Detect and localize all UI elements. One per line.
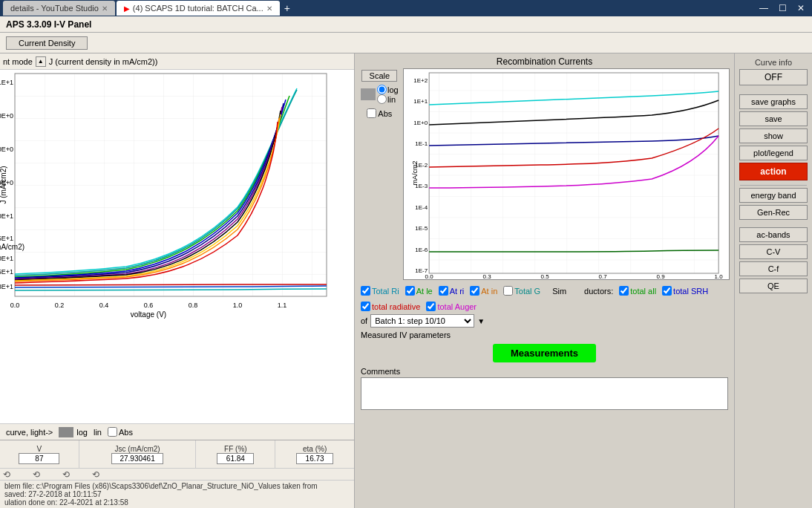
abs-checkbox[interactable]: [108, 427, 117, 437]
tab-youtube[interactable]: details - YouTube Studio ✕: [3, 1, 115, 16]
svg-text:1.1E+1: 1.1E+1: [0, 79, 13, 86]
comments-textarea[interactable]: [361, 377, 728, 410]
svg-text:1.1: 1.1: [278, 302, 287, 309]
ac-bands-button[interactable]: ac-bands: [739, 227, 808, 242]
current-density-button[interactable]: Current Density: [6, 36, 88, 50]
dropdown-arrow[interactable]: ▼: [477, 317, 485, 325]
window-title: APS 3.3.09 I-V Panel: [6, 19, 91, 30]
close-button[interactable]: ✕: [793, 3, 809, 13]
svg-text:1E+1: 1E+1: [413, 98, 428, 105]
at-le-checkbox[interactable]: [405, 286, 415, 296]
svg-text:-2.0E+1: -2.0E+1: [0, 255, 13, 262]
off-button[interactable]: OFF: [739, 69, 808, 85]
at-le-label: At le: [416, 287, 433, 296]
log-radio[interactable]: [377, 85, 387, 94]
lin-label: lin: [94, 428, 102, 437]
plot-legend-button[interactable]: plot/legend: [739, 146, 808, 160]
svg-text:0.5: 0.5: [540, 273, 549, 280]
minimize-button[interactable]: —: [755, 3, 773, 13]
close-icon[interactable]: ✕: [102, 4, 108, 13]
abs-recomb-checkbox[interactable]: [367, 108, 376, 118]
lin-radio[interactable]: [377, 94, 387, 104]
svg-text:-1.0E+1: -1.0E+1: [0, 212, 13, 220]
svg-text:0.9: 0.9: [656, 273, 665, 280]
svg-text:J (mA/cm2): J (mA/cm2): [0, 166, 7, 203]
action-button[interactable]: action: [739, 163, 808, 180]
svg-text:0.7: 0.7: [598, 273, 607, 280]
at-in-label: At in: [481, 287, 497, 296]
qe-button[interactable]: QE: [739, 279, 808, 293]
recomb-chart: 1E+2 1E+1 1E+0 1E-1 1E-2 1E-3 1E-4 1E-5 …: [403, 68, 730, 280]
nav-arrow-4[interactable]: ⟲: [92, 469, 99, 480]
svg-text:-2.5E+1: -2.5E+1: [0, 268, 13, 276]
svg-text:0.4: 0.4: [99, 302, 109, 309]
energy-band-button[interactable]: energy band: [739, 188, 808, 203]
total-radiative-checkbox[interactable]: [361, 302, 370, 311]
metric-jsc: Jsc (mA/cm2) 27.930461: [79, 440, 197, 468]
svg-text:1E-5: 1E-5: [415, 225, 428, 232]
semiconductors-label: ductors:: [584, 287, 613, 296]
sim-label: Sim: [552, 287, 566, 296]
total-all-checkbox[interactable]: [619, 286, 629, 296]
spinner[interactable]: ▲: [36, 56, 46, 67]
of-label: of: [361, 316, 367, 325]
measured-params: Measured IV parameters: [355, 329, 734, 341]
svg-text:1.0: 1.0: [233, 302, 243, 309]
svg-text:1E+0: 1E+0: [413, 120, 428, 126]
svg-text:0.2: 0.2: [55, 302, 65, 309]
recomb-title: Recombination Currents: [359, 56, 730, 67]
metric-eta: eta (%) 16.73: [275, 440, 354, 468]
total-radiative-label: total radiative: [372, 302, 420, 311]
curve-light-label: curve, light->: [6, 428, 53, 437]
total-srh-label: total SRH: [673, 287, 708, 296]
total-auger-checkbox[interactable]: [426, 302, 436, 311]
cf-button[interactable]: C-f: [739, 261, 808, 276]
mode-value: J (current density in mA/cm2)): [49, 57, 158, 66]
save-button[interactable]: save: [739, 111, 808, 126]
nav-arrow-1[interactable]: ⟲: [3, 469, 10, 480]
add-tab-button[interactable]: +: [284, 2, 290, 14]
at-ri-label: At ri: [450, 287, 465, 296]
total-ri-label: Total Ri: [372, 287, 399, 296]
svg-text:0.0: 0.0: [425, 273, 433, 280]
close-icon[interactable]: ✕: [266, 4, 272, 13]
at-ri-checkbox[interactable]: [439, 286, 448, 296]
svg-text:voltage (V): voltage (V): [131, 310, 166, 319]
save-graphs-button[interactable]: save graphs: [739, 94, 808, 109]
cv-button[interactable]: C-V: [739, 244, 808, 259]
svg-text:-2.8E+1: -2.8E+1: [0, 283, 13, 290]
total-g-label: Total G: [514, 287, 540, 296]
iv-chart-area: 1.1E+1 5.0E+0 0.0E+0 -5.0E+0 -1.0E+1 -1.…: [0, 70, 354, 423]
gen-rec-button[interactable]: Gen-Rec: [739, 205, 808, 220]
scale-button[interactable]: Scale: [361, 70, 397, 82]
svg-text:1.0: 1.0: [714, 273, 723, 280]
svg-text:0.0E+0: 0.0E+0: [0, 146, 13, 153]
abs-label: Abs: [119, 428, 133, 437]
tab-scaps[interactable]: ▶ (4) SCAPS 1D tutorial: BATCH Ca... ✕: [117, 1, 280, 16]
svg-text:mA/cm2: mA/cm2: [411, 160, 419, 185]
curve-info-label: Curve info: [755, 58, 792, 67]
total-ri-checkbox[interactable]: [361, 286, 370, 296]
show-button[interactable]: show: [739, 128, 808, 143]
svg-text:5.0E+0: 5.0E+0: [0, 112, 13, 120]
nav-arrow-2[interactable]: ⟲: [33, 469, 40, 480]
svg-text:1E-1: 1E-1: [415, 140, 428, 147]
svg-text:1E-4: 1E-4: [415, 204, 428, 211]
at-in-checkbox[interactable]: [470, 286, 479, 296]
nav-arrow-3[interactable]: ⟲: [62, 469, 70, 480]
current-mode-label: nt mode: [3, 57, 33, 66]
y-axis-label: J (mA/cm2): [0, 243, 24, 251]
total-auger-label: total Auger: [437, 302, 477, 311]
maximize-button[interactable]: ☐: [774, 3, 791, 13]
total-srh-checkbox[interactable]: [662, 286, 672, 296]
svg-text:-1.5E+1: -1.5E+1: [0, 235, 13, 242]
svg-text:0.3: 0.3: [482, 273, 491, 280]
metric-v: V 87: [0, 440, 79, 468]
svg-text:1E-6: 1E-6: [415, 247, 428, 253]
svg-text:0.8: 0.8: [189, 302, 198, 309]
total-g-checkbox[interactable]: [503, 286, 513, 296]
batch-select[interactable]: Batch 1: step 10/10: [370, 314, 474, 328]
total-all-label: total all: [630, 287, 656, 296]
measurements-button[interactable]: Measurements: [493, 344, 596, 362]
comments-label: Comments: [361, 367, 728, 376]
